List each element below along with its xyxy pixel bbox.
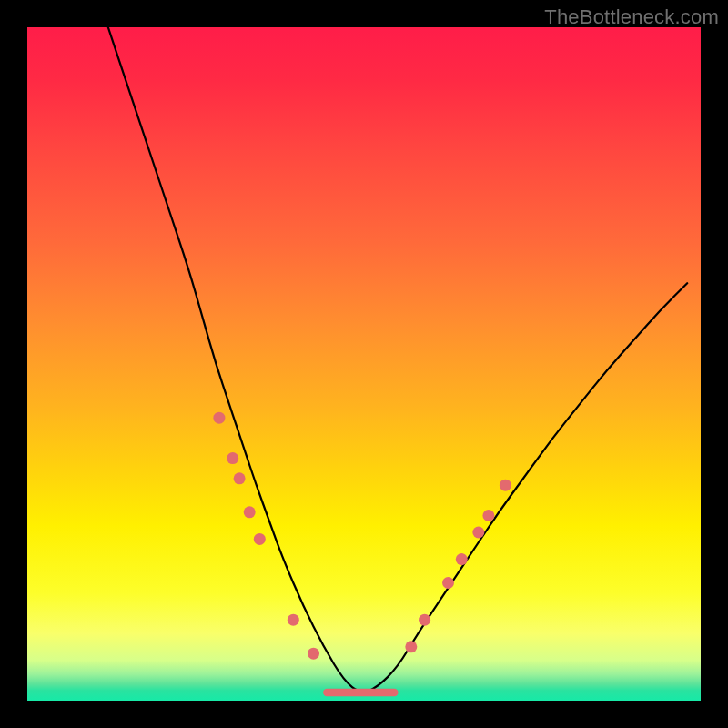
chart-svg xyxy=(27,27,701,701)
plot-area xyxy=(27,27,701,701)
curve-marker xyxy=(405,641,417,652)
curve-marker xyxy=(227,452,238,464)
curve-marker xyxy=(288,614,299,626)
curve-marker xyxy=(213,412,225,424)
curve-marker xyxy=(456,553,468,565)
watermark-text: TheBottleneck.com xyxy=(544,5,719,29)
curve-marker xyxy=(442,577,454,589)
curve-marker xyxy=(472,527,484,539)
curve-marker xyxy=(482,510,494,521)
curve-marker xyxy=(500,480,511,491)
curve-marker xyxy=(254,533,266,545)
curve-marker xyxy=(234,472,246,484)
curve-markers xyxy=(213,412,511,660)
bottleneck-curve xyxy=(108,27,687,692)
curve-marker xyxy=(419,614,430,626)
curve-marker xyxy=(308,648,319,660)
chart-frame: TheBottleneck.com xyxy=(0,0,728,728)
curve-marker xyxy=(244,506,256,518)
